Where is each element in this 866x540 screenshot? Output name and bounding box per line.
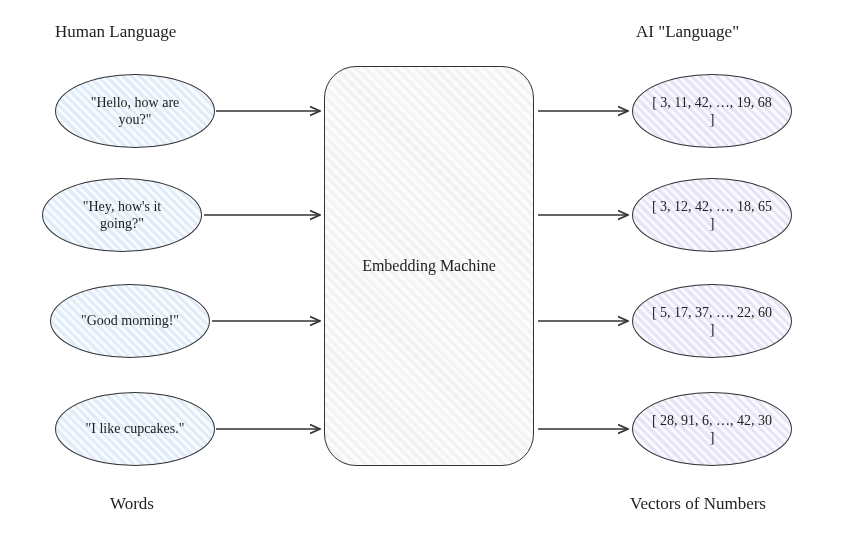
output-bubble-4: [ 28, 91, 6, …, 42, 30 ] — [632, 392, 792, 466]
heading-vectors-of-numbers: Vectors of Numbers — [630, 494, 766, 514]
heading-ai-language: AI "Language" — [636, 22, 739, 42]
output-bubble-2: [ 3, 12, 42, …, 18, 65 ] — [632, 178, 792, 252]
output-bubble-1: [ 3, 11, 42, …, 19, 68 ] — [632, 74, 792, 148]
diagram-stage: Human Language AI "Language" Words Vecto… — [0, 0, 866, 540]
heading-words: Words — [110, 494, 154, 514]
output-bubble-3: [ 5, 17, 37, …, 22, 60 ] — [632, 284, 792, 358]
input-bubble-3: "Good morning!" — [50, 284, 210, 358]
input-bubble-1: "Hello, how are you?" — [55, 74, 215, 148]
embedding-machine: Embedding Machine — [324, 66, 534, 466]
input-bubble-2: "Hey, how's it going?" — [42, 178, 202, 252]
input-bubble-4: "I like cupcakes." — [55, 392, 215, 466]
embedding-machine-label: Embedding Machine — [362, 257, 496, 275]
heading-human-language: Human Language — [55, 22, 176, 42]
